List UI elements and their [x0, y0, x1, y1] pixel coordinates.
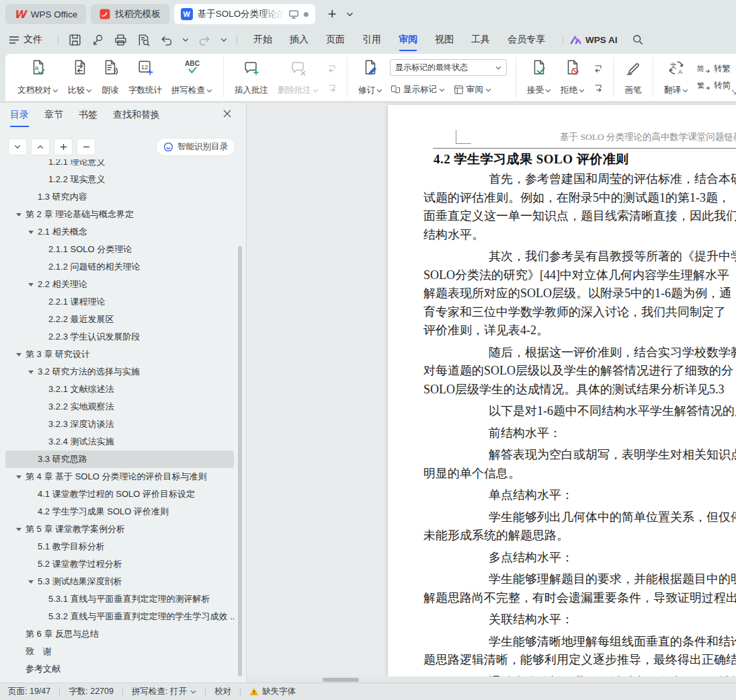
toc-item[interactable]: 5.3.2 直线与平面垂直判定定理的学生学习成效 ...	[5, 608, 234, 625]
translate-button[interactable]: 文A翻译	[659, 57, 693, 98]
spell-check-status[interactable]: 拼写检查: 打开	[123, 686, 205, 697]
expand-all-button[interactable]	[54, 139, 73, 155]
toc-item[interactable]: 第 2 章 理论基础与概念界定	[5, 206, 234, 223]
doc-horizontal-scrollbar-thumb[interactable]	[323, 678, 359, 682]
sidebar-tab-4[interactable]: 查找和替换	[113, 109, 160, 121]
collapse-arrow-icon[interactable]	[28, 580, 34, 584]
word-count-button[interactable]: 12字数统计	[124, 57, 167, 98]
tab-wps-office[interactable]: W WPS Office	[5, 4, 86, 24]
to-simplified-button[interactable]: 繁转简	[697, 80, 731, 91]
sidebar-scrollbar[interactable]	[238, 246, 242, 676]
sidebar-tab-1[interactable]: 目录	[10, 109, 29, 121]
menu-tab-2[interactable]: 插入	[290, 34, 309, 46]
markup-state-select[interactable]: 显示标记的最终状态	[390, 59, 507, 76]
toc-item[interactable]: 2.1 相关概念	[5, 223, 234, 241]
collapse-arrow-icon[interactable]	[28, 231, 34, 234]
new-tab-button[interactable]: +	[328, 7, 337, 21]
export-icon[interactable]	[91, 33, 105, 47]
more-commands-icon[interactable]	[220, 38, 227, 42]
toc-item[interactable]: 3.2.3 深度访谈法	[5, 416, 234, 433]
to-traditional-button[interactable]: 简转繁	[697, 63, 731, 75]
menu-tab-4[interactable]: 引用	[362, 34, 381, 46]
toc-item[interactable]: 2.2.1 课程理论	[5, 293, 234, 311]
collapse-arrow-icon[interactable]	[16, 213, 22, 217]
toc-item[interactable]: 3.2.2 实地观察法	[5, 398, 234, 416]
toc-item[interactable]: 2.1.2 问题链的相关理论	[5, 258, 234, 276]
toc-item[interactable]: 1.2.1 理论意义	[5, 159, 234, 171]
next-change-button[interactable]	[591, 81, 605, 94]
smart-toc-button[interactable]: 智能识别目录	[156, 138, 235, 156]
share-screen-icon[interactable]	[288, 9, 299, 20]
menu-tab-6[interactable]: 视图	[435, 34, 454, 46]
toc-item[interactable]: 4.1 课堂教学过程的 SOLO 评价目标设定	[5, 485, 234, 503]
print-preview-icon[interactable]	[136, 33, 151, 47]
collapse-arrow-icon[interactable]	[16, 353, 22, 356]
file-menu-button[interactable]: 文件	[9, 34, 42, 46]
insert-comment-button[interactable]: 插入批注	[230, 57, 273, 98]
reject-button[interactable]: 拒绝	[556, 57, 589, 98]
collapse-prev-button[interactable]	[31, 139, 50, 155]
toc-item[interactable]: 2.2.3 学生认识发展阶段	[5, 328, 234, 346]
toc-item[interactable]: 第 4 章 基于 SOLO 分类理论的评价目标与准则	[5, 468, 234, 485]
read-aloud-button[interactable]: 朗读	[97, 57, 124, 98]
toc-item[interactable]: 2.1.1 SOLO 分类理论	[5, 241, 234, 258]
missing-fonts-warning[interactable]: 缺失字体	[241, 686, 304, 697]
toc-item[interactable]: 2.2 相关理论	[5, 276, 234, 293]
toc-item[interactable]: 致 谢	[5, 643, 234, 660]
track-changes-button[interactable]: 修订	[354, 57, 387, 98]
menu-tab-5[interactable]: 审阅	[399, 34, 417, 46]
toc-item[interactable]: 1.3 研究内容	[5, 188, 234, 206]
toc-item[interactable]: 3.2.4 测试法实施	[5, 433, 234, 451]
compare-button[interactable]: 比较	[63, 57, 97, 98]
menu-tab-3[interactable]: 页面	[326, 34, 345, 46]
previous-comment-button[interactable]	[325, 61, 339, 75]
toc-item[interactable]: 5.2 课堂教学过程分析	[5, 555, 234, 573]
wps-ai-button[interactable]: WPS AI	[570, 35, 618, 45]
menu-tab-1[interactable]: 开始	[253, 34, 272, 46]
proofing-button[interactable]: 校对	[206, 686, 240, 697]
undo-icon[interactable]	[159, 33, 173, 47]
toc-item[interactable]: 3.3 研究思路	[5, 451, 234, 468]
save-icon[interactable]	[68, 33, 82, 47]
review-pane-button[interactable]: 审阅	[453, 84, 491, 95]
sidebar-tab-3[interactable]: 书签	[79, 109, 97, 121]
close-sidebar-icon[interactable]	[223, 110, 231, 118]
collapse-arrow-icon[interactable]	[28, 371, 34, 374]
print-icon[interactable]	[114, 33, 128, 47]
tab-docer-templates[interactable]: 找稻壳模板	[91, 4, 169, 24]
expand-next-button[interactable]	[8, 139, 27, 155]
highlighter-pen-button[interactable]: 画笔	[620, 57, 647, 98]
menu-tab-8[interactable]: 会员专享	[507, 34, 545, 46]
toc-item[interactable]: 5.3 测试结果深度剖析	[5, 573, 234, 590]
collapse-arrow-icon[interactable]	[16, 475, 22, 479]
toc-item[interactable]: 4.2 学生学习成果 SOLO 评价准则	[5, 503, 234, 520]
toc-item[interactable]: 2.2.2 最近发展区	[5, 311, 234, 328]
menu-tab-7[interactable]: 工具	[471, 34, 490, 46]
redo-icon[interactable]	[198, 33, 212, 47]
collapse-arrow-icon[interactable]	[28, 283, 34, 286]
toc-item[interactable]: 第 6 章 反思与总结	[5, 625, 234, 643]
toc-item[interactable]: 参考文献	[5, 660, 234, 678]
word-count-indicator[interactable]: 字数: 22709	[60, 686, 122, 697]
spell-check-button[interactable]: ABC拼写检查	[167, 57, 217, 98]
undo-dropdown-icon[interactable]	[182, 38, 189, 42]
toc-item[interactable]: 第 5 章 课堂教学案例分析	[5, 520, 234, 538]
toc-item[interactable]: 3.2.1 文献综述法	[5, 381, 234, 398]
proofread-button[interactable]: a文档校对	[13, 57, 63, 98]
toc-item[interactable]: 5.1 教学目标分析	[5, 538, 234, 555]
page-indicator[interactable]: 页面: 19/47	[8, 686, 59, 697]
tab-list-button[interactable]	[346, 12, 354, 17]
next-comment-button[interactable]	[325, 81, 339, 94]
search-icon[interactable]	[632, 34, 643, 45]
collapse-arrow-icon[interactable]	[16, 528, 22, 531]
toc-item[interactable]: 1.2.2 现实意义	[5, 171, 234, 188]
toc-item[interactable]: 5.3.1 直线与平面垂直判定定理的测评解析	[5, 590, 234, 608]
toc-item[interactable]: 3.2 研究方法的选择与实施	[5, 363, 234, 381]
tab-document[interactable]: W 基于SOLO分类理论的高中数学	[174, 4, 315, 24]
dialog-launcher-icon[interactable]	[731, 89, 736, 95]
toc-item[interactable]: 第 3 章 研究设计	[5, 346, 234, 363]
collapse-all-button[interactable]	[77, 139, 95, 155]
show-markup-button[interactable]: 显示标记	[390, 84, 445, 95]
previous-change-button[interactable]	[591, 61, 605, 75]
accept-button[interactable]: 接受	[522, 57, 556, 98]
